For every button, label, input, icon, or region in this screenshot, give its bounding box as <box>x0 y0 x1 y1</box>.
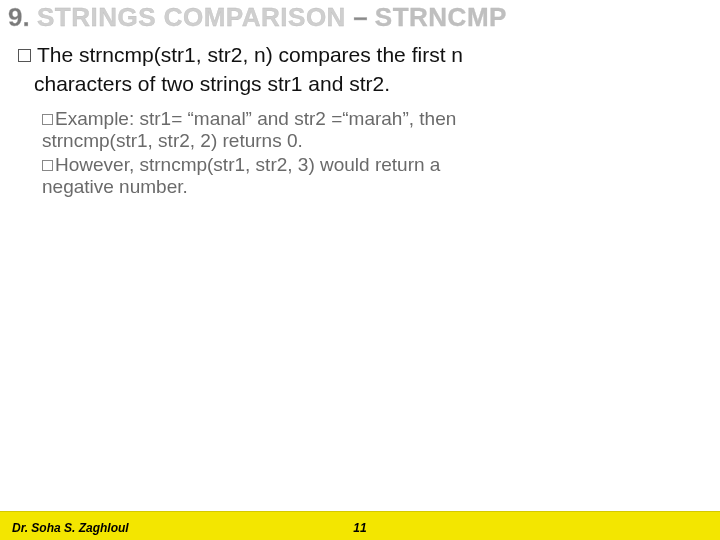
bullet-icon <box>42 114 53 125</box>
bullet1-pre: The <box>37 43 79 66</box>
slide: 9. STRINGS COMPARISON – STRNCMP The strn… <box>0 0 720 540</box>
bullet1-mono: strncmp(str1, str2, n) <box>79 43 273 66</box>
title-main: STRINGS COMPARISON <box>37 2 346 32</box>
sub1-first: Example: str1= “manal” and str2 =“marah”… <box>55 108 456 129</box>
bullet1-mono2a: str1 <box>267 72 302 95</box>
sub2-cont: negative number. <box>42 176 702 198</box>
page-number: 11 <box>353 521 366 535</box>
bullet-icon <box>18 49 31 62</box>
author-name: Dr. Soha S. Zaghloul <box>12 521 129 535</box>
title-dash: – <box>353 2 367 32</box>
bullet1-mono2b: str2 <box>349 72 384 95</box>
bullet1-post: compares the first n <box>273 43 463 66</box>
slide-title: 9. STRINGS COMPARISON – STRNCMP <box>8 3 712 32</box>
footer-bar: Dr. Soha S. Zaghloul 11 <box>0 511 720 540</box>
title-sub: STRNCMP <box>375 2 507 32</box>
bullet1-line2: characters of two strings <box>34 72 267 95</box>
bullet-icon <box>42 160 53 171</box>
sub1-cont: strncmp(str1, str2, 2) returns 0. <box>42 130 702 152</box>
title-number: 9. <box>8 2 30 32</box>
bullet-level2-example: Example: str1= “manal” and str2 =“marah”… <box>42 108 702 152</box>
bullet-level2-however: However, strncmp(str1, str2, 3) would re… <box>42 154 702 198</box>
bullet-level1: The strncmp(str1, str2, n) compares the … <box>18 40 708 99</box>
sub-bullets: Example: str1= “manal” and str2 =“marah”… <box>42 108 702 200</box>
bullet1-end: . <box>384 72 390 95</box>
bullet1-and: and <box>302 72 349 95</box>
sub2-first: However, strncmp(str1, str2, 3) would re… <box>55 154 440 175</box>
